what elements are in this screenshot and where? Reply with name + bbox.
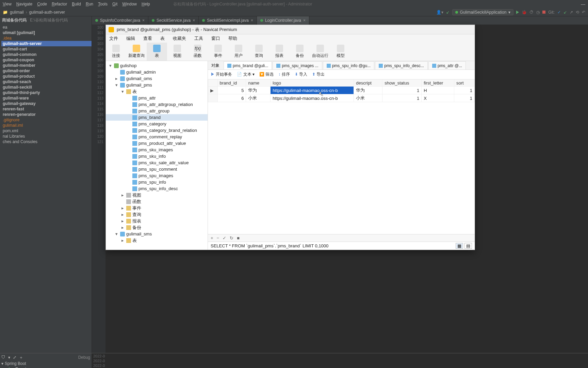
grid-footer-btn[interactable]: + xyxy=(211,235,213,241)
nv-tree-node[interactable]: ▸视图 xyxy=(106,192,208,198)
vcs-update-icon[interactable]: ✓ xyxy=(557,10,561,15)
grid-footer-btn[interactable]: ■ xyxy=(237,235,240,241)
nv-tree-node[interactable]: pms_category xyxy=(106,121,208,127)
project-node[interactable]: gulimail.iml xyxy=(1,123,92,128)
close-icon[interactable]: × xyxy=(142,18,145,23)
tbl-toolbar-item[interactable]: ▶ 开始事务 xyxy=(211,72,232,77)
close-icon[interactable]: × xyxy=(193,18,195,23)
disclosure-icon[interactable]: ▾ xyxy=(121,88,125,95)
column-header[interactable]: show_status xyxy=(382,80,422,87)
cell-sort[interactable]: 1 xyxy=(454,87,475,94)
editor-tab[interactable]: LoginController.java× xyxy=(257,16,309,25)
disclosure-icon[interactable]: ▸ xyxy=(121,211,125,218)
disclosure-icon[interactable]: ▸ xyxy=(121,218,125,224)
menu-code[interactable]: Code xyxy=(37,2,47,6)
project-node[interactable]: renren-generator xyxy=(1,112,92,117)
column-header[interactable]: logo xyxy=(271,80,354,87)
project-node[interactable]: .gitignore xyxy=(1,117,92,123)
vcs-rollback-icon[interactable]: ↶ xyxy=(582,10,585,15)
cell-brand_id[interactable]: 6 xyxy=(217,94,246,102)
grid-footer-btn[interactable]: ↻ xyxy=(230,235,233,241)
nv-tree-node[interactable]: pms_spu_images xyxy=(106,172,208,179)
menu-tools[interactable]: Tools xyxy=(98,2,108,6)
nv-toolbar-函数[interactable]: f(x)函数 xyxy=(187,43,208,61)
close-icon[interactable]: × xyxy=(251,18,253,23)
table-toolbar[interactable]: ▶ 开始事务📄 文本 ▾🔽 筛选↕ 排序⬇ 导入⬆ 导出 xyxy=(208,70,475,79)
nv-tab[interactable]: pms_spu_images ... xyxy=(273,61,322,70)
nv-toolbar-查询[interactable]: 查询 xyxy=(249,43,269,61)
cell-name[interactable]: 小米 xyxy=(246,94,271,102)
cell-descript[interactable]: 小米 xyxy=(354,94,382,102)
nv-toolbar-连接[interactable]: 连接 xyxy=(106,43,126,61)
cell-brand_id[interactable]: 5 xyxy=(217,87,246,94)
nv-toolbar-视图[interactable]: 视图 xyxy=(167,43,187,61)
nv-tree-node[interactable]: ▸备份 xyxy=(106,224,208,231)
tbl-toolbar-item[interactable]: ⬆ 导出 xyxy=(312,72,325,77)
nv-tab[interactable]: 对象 xyxy=(208,61,223,70)
grid-view-icon[interactable]: ▦ xyxy=(456,243,463,249)
project-node[interactable]: gulimail-gateway xyxy=(1,101,92,106)
nv-tree-node[interactable]: ▾表 xyxy=(106,88,208,95)
project-node[interactable]: gulimail-seckill xyxy=(1,85,92,90)
running-node[interactable]: ▾ Running xyxy=(1,366,90,368)
tbl-toolbar-item[interactable]: ↕ 排序 xyxy=(278,72,290,77)
profile-icon[interactable]: ◷ xyxy=(536,10,540,15)
tbl-toolbar-item[interactable]: 📄 文本 ▾ xyxy=(237,72,255,77)
project-node[interactable]: pom.xml xyxy=(1,128,92,134)
editor-tab[interactable]: SeckillService.java× xyxy=(148,16,199,25)
project-node[interactable]: renren-fast xyxy=(1,106,92,112)
vcs-history-icon[interactable]: ⟲ xyxy=(576,10,579,15)
nv-tree-node[interactable]: pms_attr xyxy=(106,95,208,101)
menu-navigate[interactable]: Navigate xyxy=(16,2,32,6)
project-node[interactable]: gulimail-auth-server xyxy=(1,41,92,46)
editor-tab[interactable]: SpuInfoController.java× xyxy=(92,16,148,25)
nv-toolbar-备份[interactable]: 备份 xyxy=(290,43,310,61)
nv-tree-node[interactable]: pms_sku_images xyxy=(106,147,208,153)
project-node[interactable]: gulimail-member xyxy=(1,63,92,68)
coverage-icon[interactable]: ⏱ xyxy=(529,10,534,15)
nv-menu-item[interactable]: 查看 xyxy=(143,35,152,42)
nv-toolbar-模型[interactable]: 模型 xyxy=(330,43,351,61)
navicat-tabstrip[interactable]: 对象pms_brand @guli...pms_spu_images ...pm… xyxy=(208,61,475,70)
menu-build[interactable]: Build xyxy=(72,2,81,6)
nv-tree-node[interactable]: pms_attr_attrgroup_relation xyxy=(106,101,208,108)
form-view-icon[interactable]: ▤ xyxy=(464,243,472,249)
run-icon[interactable] xyxy=(516,11,519,14)
project-node[interactable]: ulimail [gulimail] xyxy=(1,30,92,35)
grid-footer[interactable]: +−✓↻■ xyxy=(208,234,475,242)
navicat-menubar[interactable]: 文件编辑查看表收藏夹工具窗口帮助 xyxy=(106,34,475,43)
project-node[interactable]: ea xyxy=(1,25,92,30)
nv-tab[interactable]: pms_brand @guli... xyxy=(224,61,272,70)
nv-tree-node[interactable]: ▸表 xyxy=(106,237,208,244)
menu-help[interactable]: Help xyxy=(142,2,150,6)
project-tree[interactable]: eaulimail [gulimail].ideagulimail-auth-s… xyxy=(0,24,92,353)
nv-tree-node[interactable]: pms_sku_info xyxy=(106,153,208,159)
cell-logo[interactable]: https://gulimail-maomao.oss-cn-b xyxy=(271,94,354,102)
nv-menu-item[interactable]: 工具 xyxy=(194,35,203,42)
project-node[interactable]: ches and Consoles xyxy=(1,139,92,144)
cell-show_status[interactable]: 1 xyxy=(382,87,422,94)
nv-tree-node[interactable]: pms_spu_info xyxy=(106,179,208,185)
user-icon[interactable]: 👤▾ xyxy=(436,10,443,15)
log-output[interactable]: INFO: log base dir is: C:\Users\谷毛毛\logs… xyxy=(106,353,588,368)
menu-run[interactable]: Run xyxy=(86,2,93,6)
nv-tree-node[interactable]: pms_product_attr_value xyxy=(106,140,208,147)
stop-icon[interactable] xyxy=(542,11,545,14)
nv-tree-node[interactable]: pms_sku_sale_attr_value xyxy=(106,159,208,166)
project-node[interactable]: gulimail-order xyxy=(1,68,92,74)
nv-toolbar-自动运行[interactable]: 自动运行 xyxy=(310,43,330,61)
menu-refactor[interactable]: Refactor xyxy=(52,2,67,6)
disclosure-icon[interactable]: ▸ xyxy=(115,75,119,82)
nv-tree-node[interactable]: ▸查询 xyxy=(106,211,208,218)
tbl-toolbar-item[interactable]: ⬇ 导入 xyxy=(295,72,307,77)
nv-menu-item[interactable]: 窗口 xyxy=(211,35,220,42)
nv-tree-node[interactable]: gulimail_admin xyxy=(106,69,208,75)
navicat-toolbar[interactable]: 连接新建查询表视图f(x)函数事件用户查询报表备份自动运行模型 xyxy=(106,43,475,61)
grid-footer-btn[interactable]: ✓ xyxy=(223,235,226,241)
disclosure-icon[interactable]: ▾ xyxy=(109,62,113,69)
project-node[interactable]: gulimail-ware xyxy=(1,95,92,101)
nv-toolbar-用户[interactable]: 用户 xyxy=(228,43,249,61)
disclosure-icon[interactable]: ▾ xyxy=(115,231,119,237)
navicat-titlebar[interactable]: pms_brand @gulimail_pms (gulishop) - 表 -… xyxy=(106,25,475,34)
nv-tree-node[interactable]: ▸gulimail_oms xyxy=(106,75,208,82)
